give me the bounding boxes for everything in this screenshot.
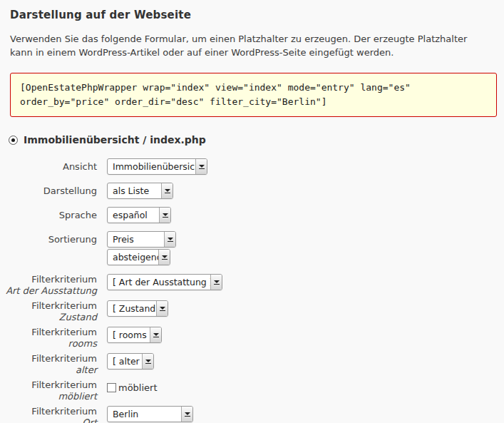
dropdown-arrow-icon	[142, 354, 153, 369]
selected-value: Preis	[108, 234, 164, 245]
sortierung-richtung-select[interactable]: absteigend	[107, 249, 170, 265]
field-label: Ansicht	[0, 158, 97, 175]
selected-value: Immobilienübersicht	[108, 161, 195, 172]
dropdown-arrow-icon	[156, 301, 168, 316]
filter-moebliert-checkbox-row: möbliert	[107, 379, 158, 396]
dropdown-arrow-icon	[181, 407, 192, 422]
filter-moebliert-checkbox[interactable]	[107, 383, 116, 392]
form-row-darstellung: Darstellung als Liste	[0, 183, 504, 199]
page-description: Verwenden Sie das folgende Formular, um …	[10, 32, 492, 59]
field-label: Filterkriterium	[0, 379, 97, 391]
field-label: Sortierung	[0, 231, 97, 248]
page-title: Darstellung auf der Webseite	[10, 9, 504, 21]
filter-ausstattung-select[interactable]: [ Art der Ausstattung ]	[107, 274, 222, 290]
dropdown-arrow-icon	[150, 327, 161, 342]
filter-alter-select[interactable]: [ alter ]	[107, 353, 154, 370]
selected-value: [ Zustand ]	[108, 303, 156, 314]
selected-value: absteigend	[108, 252, 158, 263]
field-sublabel: rooms	[0, 338, 97, 350]
view-option-label: Immobilienübersicht / index.php	[24, 134, 206, 146]
form-row-filter-zustand: Filterkriterium Zustand [ Zustand ]	[0, 300, 504, 323]
form-row-filter-moebliert: Filterkriterium möbliert möbliert	[0, 379, 504, 402]
field-sublabel: alter	[0, 365, 97, 376]
field-label: Filterkriterium	[0, 353, 97, 365]
field-sublabel: Ort	[0, 417, 97, 423]
selected-value: [ Art der Ausstattung ]	[108, 277, 210, 287]
filter-rooms-select[interactable]: [ rooms ]	[107, 327, 162, 343]
selected-value: [ alter ]	[108, 356, 142, 367]
selected-value: als Liste	[108, 185, 161, 196]
field-label: Filterkriterium	[0, 327, 97, 338]
filter-zustand-select[interactable]: [ Zustand ]	[107, 300, 168, 317]
field-sublabel: Zustand	[0, 312, 97, 323]
view-option-immobilienuebersicht[interactable]: Immobilienübersicht / index.php	[9, 134, 504, 146]
dropdown-arrow-icon	[159, 208, 170, 223]
selected-value: [ rooms ]	[108, 330, 150, 340]
field-label: Darstellung	[0, 183, 97, 199]
form-row-filter-ausstattung: Filterkriterium Art der Ausstattung [ Ar…	[0, 274, 504, 297]
checkbox-label: möbliert	[118, 383, 158, 393]
settings-page: Darstellung auf der Webseite Verwenden S…	[0, 0, 504, 423]
sprache-select[interactable]: español	[107, 207, 171, 223]
form-row-filter-ort: Filterkriterium Ort Berlin	[0, 406, 504, 423]
darstellung-select[interactable]: als Liste	[107, 183, 173, 199]
dropdown-arrow-icon	[161, 183, 173, 198]
dropdown-arrow-icon	[158, 250, 170, 265]
selected-value: Berlin	[108, 409, 181, 419]
radio-selected-icon[interactable]	[9, 136, 18, 145]
field-label: Filterkriterium	[0, 300, 97, 312]
field-sublabel: möbliert	[0, 391, 97, 402]
form-row-sortierung: Sortierung Preis absteigend	[0, 231, 504, 265]
shortcode-text: [OpenEstatePhpWrapper wrap="index" view=…	[20, 82, 416, 107]
field-sublabel: Art der Ausstattung	[0, 285, 97, 297]
ansicht-select[interactable]: Immobilienübersicht	[107, 158, 207, 175]
form-row-sprache: Sprache español	[0, 207, 504, 223]
placeholder-form: Ansicht Immobilienübersicht Darstellung …	[0, 158, 504, 423]
field-label: Sprache	[0, 207, 97, 223]
dropdown-arrow-icon	[210, 275, 222, 290]
dropdown-arrow-icon	[164, 232, 175, 247]
field-label: Filterkriterium	[0, 406, 97, 417]
filter-ort-select[interactable]: Berlin	[107, 406, 193, 422]
shortcode-box: [OpenEstatePhpWrapper wrap="index" view=…	[10, 73, 497, 117]
field-label: Filterkriterium	[0, 274, 97, 285]
form-row-filter-rooms: Filterkriterium rooms [ rooms ]	[0, 327, 504, 350]
dropdown-arrow-icon	[195, 159, 207, 174]
sortierung-feld-select[interactable]: Preis	[107, 231, 176, 248]
form-row-filter-alter: Filterkriterium alter [ alter ]	[0, 353, 504, 376]
radio-dot	[11, 138, 15, 142]
form-row-ansicht: Ansicht Immobilienübersicht	[0, 158, 504, 175]
selected-value: español	[108, 210, 159, 220]
